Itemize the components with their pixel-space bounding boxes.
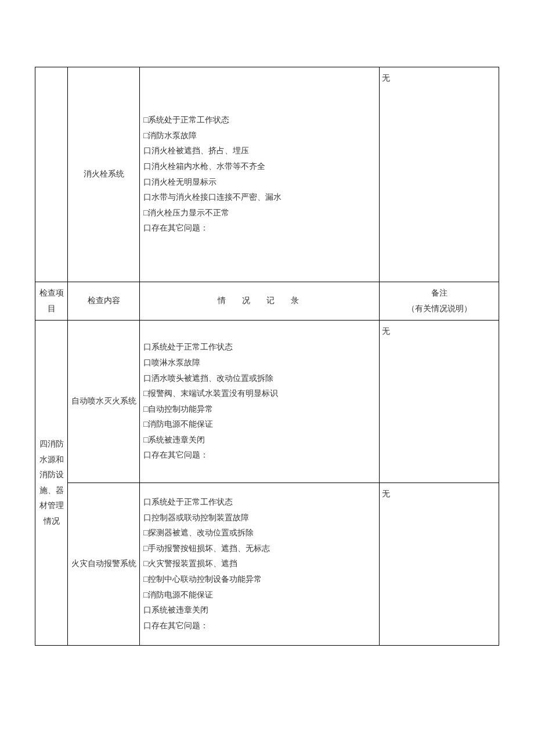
check-item: 口系统处于正常工作状态 [143, 495, 377, 510]
content-cell: 消火栓系统 [68, 67, 140, 282]
project-cell-section: 四消防水源和消防设施、器材管理情况 [35, 321, 68, 646]
check-item: 口消火栓被遮挡、挤占、埋压 [143, 143, 377, 159]
check-item: □报警阀、末端试水装置没有明显标识 [143, 386, 377, 402]
content-cell: 火灾自动报警系统 [68, 483, 140, 646]
record-cell: □系统处于正常工作状态 □消防水泵故障 口消火栓被遮挡、挤占、埋压 口消火栓箱内… [140, 67, 380, 282]
check-item: □消防电源不能保证 [143, 588, 377, 603]
table-row: 四消防水源和消防设施、器材管理情况 自动喷水灭火系统 口系统处于正常工作状态 口… [35, 321, 499, 483]
check-item: □控制中心联动控制设备功能异常 [143, 572, 377, 588]
check-item: 口系统处于正常工作状态 [143, 340, 377, 355]
header-project: 检查项目 [35, 282, 68, 321]
check-item: 口喷淋水泵故障 [143, 355, 377, 371]
header-content: 检查内容 [68, 282, 140, 321]
header-remark: 备注 （有关情况说明） [380, 282, 499, 321]
record-cell: 口系统处于正常工作状态 口喷淋水泵故障 口洒水喷头被遮挡、改动位置或拆除 □报警… [140, 321, 380, 483]
check-item: □火灾警报装置损坏、遮挡 [143, 556, 377, 572]
check-item: □消火栓压力显示不正常 [143, 206, 377, 221]
check-item: 口消火栓无明显标示 [143, 175, 377, 190]
header-row: 检查项目 检查内容 情况记彔 备注 （有关情况说明） [35, 282, 499, 321]
check-item: 口消火栓箱内水枪、水带等不齐全 [143, 159, 377, 175]
check-item: □系统处于正常工作状态 [143, 113, 377, 128]
check-item: □系统被违章关闭 [143, 433, 377, 448]
inspection-table: 消火栓系统 □系统处于正常工作状态 □消防水泵故障 口消火栓被遮挡、挤占、埋压 … [35, 67, 499, 646]
remark-cell: 无 [380, 67, 499, 282]
record-cell: 口系统处于正常工作状态 口控制器或联动控制装置故障 □探测器被遮、改动位置或拆除… [140, 483, 380, 646]
check-item: 口控制器或联动控制装置故障 [143, 510, 377, 526]
check-item: 口存在其它问题： [143, 618, 377, 634]
remark-cell: 无 [380, 321, 499, 483]
check-item: 口洒水喷头被遮挡、改动位置或拆除 [143, 371, 377, 387]
content-cell: 自动喷水灭火系统 [68, 321, 140, 483]
table-row: 消火栓系统 □系统处于正常工作状态 □消防水泵故障 口消火栓被遮挡、挤占、埋压 … [35, 67, 499, 282]
check-item: 口水带与消火栓接口连接不严密、漏水 [143, 190, 377, 206]
header-record: 情况记彔 [140, 282, 380, 321]
check-item: □探测器被遮、改动位置或拆除 [143, 525, 377, 541]
check-item: □手动报警按钮损坏、遮挡、无标志 [143, 541, 377, 557]
check-item: □消防电源不能保证 [143, 417, 377, 433]
check-item: 口存在其它问题： [143, 448, 377, 463]
header-remark-line2: （有关情况说明） [382, 301, 496, 317]
remark-cell: 无 [380, 483, 499, 646]
project-cell-blank [35, 67, 68, 282]
check-item: □自动控制功能异常 [143, 402, 377, 417]
check-item: 口存在其它问题： [143, 221, 377, 236]
check-item: 口系统被违章关闭 [143, 603, 377, 618]
header-remark-line1: 备注 [382, 286, 496, 301]
check-item: □消防水泵故障 [143, 128, 377, 144]
table-row: 火灾自动报警系统 口系统处于正常工作状态 口控制器或联动控制装置故障 □探测器被… [35, 483, 499, 646]
